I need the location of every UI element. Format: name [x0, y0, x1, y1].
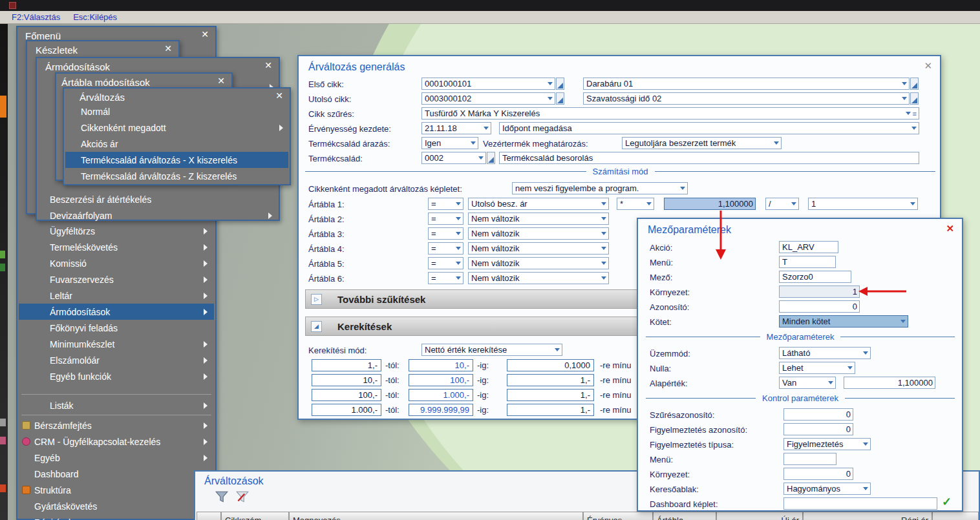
confirm-check-icon[interactable]: ✓: [942, 495, 952, 509]
menu-item-struktura[interactable]: Struktúra: [19, 482, 214, 498]
alapertek-field[interactable]: Van: [779, 377, 836, 389]
utolso-cikk-code-field[interactable]: 0003000102: [421, 92, 555, 105]
kerekitesi-mod-field[interactable]: Nettó érték kerekítése: [421, 344, 562, 356]
menu-item-dashboard[interactable]: Dashboard: [19, 466, 214, 482]
rounding-to-field[interactable]: 9.999.999,99: [409, 404, 473, 416]
figyelmeztetes-azonosito-field[interactable]: 0: [783, 423, 853, 435]
rounding-unit-field[interactable]: 0,1000: [507, 359, 594, 371]
menu-item-normal[interactable]: Normál: [65, 103, 288, 120]
artabla2-op-field[interactable]: =: [428, 213, 463, 225]
artabla1-factor-field[interactable]: 1,100000: [664, 198, 756, 210]
rounding-from-field[interactable]: 1.000,-: [312, 404, 381, 416]
menu-item-armodositasok[interactable]: Ármódosítások: [19, 304, 214, 320]
nulla-field[interactable]: Lehet: [779, 362, 855, 374]
elso-cikk-name-field[interactable]: Darabáru 01: [583, 78, 910, 90]
keplet-field[interactable]: nem veszi figyelembe a program.: [512, 182, 688, 194]
cikk-szures-field[interactable]: Tusfürdő X Márka Y Kiszerelés≡: [421, 107, 919, 120]
menu-item-gyartaskovetes[interactable]: Gyártáskövetés: [19, 498, 214, 514]
szuresazonosito-field[interactable]: 0: [783, 408, 853, 421]
menu-item-termeleskovetes[interactable]: Termeléskövetés: [19, 239, 214, 255]
artabla4-op-field[interactable]: =: [428, 242, 463, 255]
rounding-to-field[interactable]: 100,-: [409, 374, 473, 386]
ervenyesseg-date-field[interactable]: 21.11.18: [421, 122, 491, 134]
kotet-field[interactable]: Minden kötet: [779, 315, 908, 328]
azonosito-field[interactable]: 0: [779, 300, 860, 313]
artabla4-value-field[interactable]: Nem változik: [468, 242, 609, 255]
table-header-regi-ar[interactable]: Régi ár: [803, 512, 932, 520]
rounding-unit-field[interactable]: 1,-: [507, 389, 594, 401]
vezertermek-field[interactable]: Legutoljára beszerzett termék: [622, 137, 782, 149]
artabla3-value-field[interactable]: Nem változik: [468, 227, 609, 240]
artabla6-op-field[interactable]: =: [428, 272, 463, 284]
alapertek-number-field[interactable]: 1,100000: [844, 377, 935, 389]
menu-item-komissio[interactable]: Komissió: [19, 255, 214, 271]
menu-item-akcios-ar[interactable]: Akciós ár: [65, 136, 288, 152]
artabla1-mul-field[interactable]: *: [617, 198, 654, 210]
rounding-to-field[interactable]: 1.000,-: [409, 389, 473, 401]
artabla1-divisor-field[interactable]: 1: [808, 198, 918, 210]
termekcsalad-code-field[interactable]: 0002: [421, 152, 486, 164]
rounding-from-field[interactable]: 10,-: [312, 374, 381, 386]
table-header-megnevezes[interactable]: Megnevezés: [289, 512, 583, 520]
collapse-button[interactable]: ◢: [311, 321, 322, 332]
rounding-from-field[interactable]: 1,-: [312, 359, 381, 371]
keresoablak-field[interactable]: Hagyományos: [783, 483, 871, 495]
close-icon[interactable]: ✕: [946, 223, 954, 234]
expand-corner-icon[interactable]: [487, 152, 495, 164]
rounding-from-field[interactable]: 100,-: [312, 389, 381, 401]
termekcsalad-arazas-field[interactable]: Igen: [421, 137, 478, 149]
menu-item-devizaarfolyam[interactable]: Devizaárfolyam: [38, 207, 277, 224]
clear-filter-icon[interactable]: [235, 490, 250, 504]
menu-item-fokonyvi-feladas[interactable]: Főkönyvi feladás: [19, 320, 214, 336]
menu-item-egyeb[interactable]: Egyéb: [19, 450, 214, 466]
artabla5-value-field[interactable]: Nem változik: [468, 257, 609, 269]
expand-corner-icon[interactable]: [556, 92, 564, 105]
expand-corner-icon[interactable]: [556, 78, 564, 90]
artabla1-div-field[interactable]: /: [765, 198, 799, 210]
artabla1-value-field[interactable]: Utolsó besz. ár: [468, 198, 609, 210]
termekcsalad-name-field[interactable]: Termékcsalád besorolás: [499, 152, 919, 164]
artabla1-op-field[interactable]: =: [428, 198, 463, 210]
kornyezet2-field[interactable]: 0: [783, 468, 853, 480]
utolso-cikk-name-field[interactable]: Szavatossági idő 02: [583, 92, 910, 105]
menu-item-listak[interactable]: Listák: [19, 397, 214, 413]
table-header-artabla[interactable]: Ártábla: [653, 512, 716, 520]
menu-field[interactable]: T: [779, 256, 836, 268]
menu-item-termekcsalad-z-kiszereles[interactable]: Termékcsalád árváltozás - Z kiszerelés: [65, 168, 288, 184]
menu-item-fuvarszervezes[interactable]: Fuvarszervezés: [19, 271, 214, 287]
menu-item-elszamoloar[interactable]: Elszámolóár: [19, 352, 214, 368]
ervenyesseg-mode-field[interactable]: Időpont megadása: [499, 122, 919, 134]
table-header-ervenyes[interactable]: Érvényes: [583, 512, 653, 520]
menu2-field[interactable]: [783, 453, 836, 465]
menu-item-minimumkeszlet[interactable]: Minimumkészlet: [19, 336, 214, 352]
close-icon[interactable]: ✕: [275, 90, 283, 101]
close-icon[interactable]: ✕: [264, 60, 272, 70]
menu-item-cikkenkent-megadott[interactable]: Cikkenként megadott: [65, 120, 288, 136]
close-icon[interactable]: ✕: [217, 76, 225, 86]
kornyezet-field[interactable]: 1: [779, 286, 860, 298]
table-header-uj-ar[interactable]: Új ár: [716, 512, 803, 520]
uzemmod-field[interactable]: Látható: [779, 347, 871, 359]
table-header-cikkszam[interactable]: Cikkszám: [221, 512, 289, 520]
akcio-field[interactable]: KL_ARV: [779, 241, 838, 253]
elso-cikk-code-field[interactable]: 0001000101: [421, 78, 555, 90]
expand-corner-icon[interactable]: [910, 92, 919, 105]
artabla3-op-field[interactable]: =: [428, 227, 463, 240]
figyelmeztetes-tipusa-field[interactable]: Figyelmeztetés: [783, 438, 871, 450]
rounding-unit-field[interactable]: 1,-: [507, 404, 594, 416]
menu-item-crm[interactable]: CRM - Ügyfélkapcsolat-kezelés: [19, 433, 214, 450]
rounding-to-field[interactable]: 10,-: [409, 359, 473, 371]
expand-corner-icon[interactable]: [910, 78, 919, 90]
artabla5-op-field[interactable]: =: [428, 257, 463, 269]
filter-icon[interactable]: [215, 490, 229, 504]
menu-item-ugyfeltorzs[interactable]: Ügyféltörzs: [19, 223, 214, 239]
menu-item-egyeb-funkciok[interactable]: Egyéb funkciók: [19, 368, 214, 384]
menu-item-termekcsalad-x-kiszereles[interactable]: Termékcsalád árváltozás - X kiszerelés: [65, 152, 288, 168]
mezo-field[interactable]: Szorzo0: [779, 271, 851, 283]
rounding-unit-field[interactable]: 1,-: [507, 374, 594, 386]
menu-item-leltar[interactable]: Leltár: [19, 287, 214, 304]
artabla2-value-field[interactable]: Nem változik: [468, 213, 609, 225]
menu-item-beszerzesi-ar-atertekeles[interactable]: Beszerzési ár átértékelés: [38, 191, 277, 207]
close-icon[interactable]: ✕: [164, 43, 172, 54]
menu-item-berszamfejtes[interactable]: Bérszámfejtés: [19, 417, 214, 433]
